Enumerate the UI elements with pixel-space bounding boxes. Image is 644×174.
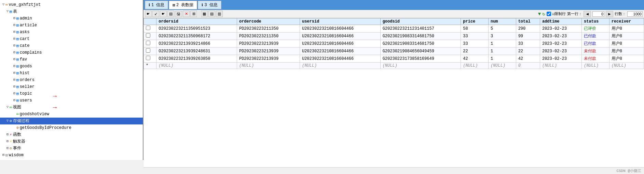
cell-addtime: 2023-02-23 bbox=[540, 32, 581, 40]
toolbar-btn-1[interactable]: ☛ bbox=[145, 11, 152, 17]
cell-total: 99 bbox=[516, 32, 540, 40]
sidebar-item-cate[interactable]: ⊞ ▤ cate bbox=[0, 42, 143, 49]
toolbar-btn-5[interactable]: 🖫 bbox=[175, 11, 182, 17]
sidebar-section-procedures[interactable]: ▽ ⚙ 存储过程 bbox=[0, 118, 143, 124]
table-row[interactable]: O20230223213939248631PD20230223213939U20… bbox=[144, 48, 644, 55]
cell-status: 已评价 bbox=[581, 25, 609, 32]
sidebar-item-seller[interactable]: ⊞ ▤ seller bbox=[0, 83, 143, 90]
col-goodsid[interactable]: goodsid bbox=[380, 18, 461, 25]
cell-goodsid: G20230219083314681750 bbox=[380, 40, 461, 48]
cell-usersid: U20230223210816604466 bbox=[300, 40, 380, 48]
nav-prev[interactable]: ◄ bbox=[584, 11, 591, 17]
tab-info1[interactable]: ℹ 1 信息 bbox=[145, 1, 168, 9]
procedures-icon: ⚙ bbox=[10, 118, 12, 124]
cell-receiver: 用户8 bbox=[609, 48, 644, 55]
toolbar-btn-grid2[interactable]: ▤ bbox=[208, 11, 215, 17]
toolbar-btn-grid3[interactable]: ▥ bbox=[216, 11, 223, 17]
cell-usersid: U20230223210816604466 bbox=[300, 25, 380, 32]
triggers-label: 触发器 bbox=[13, 138, 25, 145]
col-price[interactable]: price bbox=[461, 18, 489, 25]
toolbar-btn-grid1[interactable]: ▦ bbox=[201, 11, 208, 17]
row-checkbox[interactable] bbox=[146, 56, 150, 60]
cell-addtime: 2023-02-23 bbox=[540, 40, 581, 48]
table-icon: ▤ bbox=[16, 36, 19, 42]
sidebar-item-topic[interactable]: ⊞ ▤ topic bbox=[0, 90, 143, 97]
sidebar-item-users[interactable]: ⊞ ▤ users bbox=[0, 97, 143, 104]
table-row[interactable]: O20230223213939214866PD20230223213939U20… bbox=[144, 40, 644, 48]
refresh-icon: ↻ bbox=[542, 11, 545, 17]
toolbar-btn-3[interactable]: ☛ bbox=[160, 11, 167, 17]
row-checkbox[interactable] bbox=[146, 48, 150, 53]
table-name: users bbox=[20, 97, 32, 104]
cell-total: 290 bbox=[516, 25, 540, 32]
tab-data-label: 2 表数据 bbox=[176, 2, 193, 8]
row-count-input[interactable] bbox=[627, 11, 643, 17]
col-addtime[interactable]: addtime bbox=[540, 18, 581, 25]
table-name: fav bbox=[20, 56, 27, 63]
tab-data[interactable]: ▤ 2 表数据 bbox=[169, 1, 197, 9]
null-cell-ordersid: (NULL) bbox=[156, 63, 237, 69]
sidebar-item-cart[interactable]: ⊞ ▤ cart bbox=[0, 36, 143, 42]
cell-addtime: 2023-02-23 bbox=[540, 55, 581, 63]
toggle-procedures-icon[interactable]: ▽ bbox=[5, 118, 10, 124]
table-name: goods bbox=[20, 63, 32, 69]
toolbar-btn-4[interactable]: ▤ bbox=[167, 11, 174, 17]
sidebar-item-wisdom[interactable]: ⊞ ▤ wisdom bbox=[0, 152, 143, 159]
sidebar-section-functions[interactable]: ⊞ ⚡ 函数 bbox=[0, 131, 143, 138]
col-num[interactable]: num bbox=[488, 18, 516, 25]
col-status[interactable]: status bbox=[581, 18, 609, 25]
cell-num: 5 bbox=[488, 25, 516, 32]
toggle-tables-icon[interactable]: ▽ bbox=[5, 9, 10, 15]
views-icon: ∞ bbox=[10, 104, 12, 110]
limit-row-checkbox[interactable] bbox=[547, 12, 551, 16]
row-checkbox[interactable] bbox=[146, 41, 150, 45]
sidebar-item-orders[interactable]: ⊞ ▤ orders bbox=[0, 77, 143, 83]
sidebar-section-triggers[interactable]: ⊞ ⚡ 触发器 bbox=[0, 138, 143, 145]
db-icon: ∞ bbox=[5, 2, 8, 8]
cell-ordercode: PD20230223213939 bbox=[237, 48, 300, 55]
table-row[interactable]: O20230223211350968172PD20230223211350U20… bbox=[144, 32, 644, 40]
sidebar-item-asks[interactable]: ⊞ ▤ asks bbox=[0, 29, 143, 36]
toolbar: ☛ ↙ ☛ ▤ 🖫 ✕ ⊞ ▦ ▤ ▥ ▼ ↻ ☑限制行 第一行： ◄ ► 行数… bbox=[143, 10, 644, 18]
row-count-label: 行数： bbox=[615, 11, 626, 16]
table-name: cart bbox=[20, 36, 30, 42]
sidebar-section-views[interactable]: ▽ ∞ 视图 bbox=[0, 104, 143, 111]
sidebar-item-db[interactable]: ▽ ∞ vue_gxhfztjxt bbox=[0, 1, 143, 8]
toolbar-btn-6[interactable]: ⊞ bbox=[190, 11, 197, 17]
col-usersid[interactable]: usersid bbox=[300, 18, 380, 25]
sidebar-item-article[interactable]: ⊞ ▤ article bbox=[0, 22, 143, 29]
col-ordersid[interactable]: ordersid bbox=[156, 18, 237, 25]
col-checkbox bbox=[144, 18, 156, 25]
cell-goodsid: G20230223173858169649 bbox=[380, 55, 461, 63]
sidebar-item-goods[interactable]: ⊞ ▤ goods bbox=[0, 63, 143, 70]
event-icon: ⊙ bbox=[10, 145, 12, 151]
sidebar-section-events[interactable]: ⊞ ⊙ 事件 bbox=[0, 145, 143, 152]
sidebar-item-getGoodsByIdProcedure[interactable]: ⚙ getGoodsByIdProcedure bbox=[0, 124, 143, 131]
cell-usersid: U20230223210816604466 bbox=[300, 32, 380, 40]
sidebar-section-tables[interactable]: ▽ ▤ 表 bbox=[0, 8, 143, 15]
sidebar-item-complains[interactable]: ⊞ ▤ complains bbox=[0, 49, 143, 56]
toggle-views-icon[interactable]: ▽ bbox=[5, 104, 10, 110]
sidebar-item-admin[interactable]: ⊞ ▤ admin bbox=[0, 15, 143, 22]
table-row[interactable]: O20230223211350951523PD20230223211350U20… bbox=[144, 25, 644, 32]
first-row-input[interactable] bbox=[592, 11, 604, 17]
toolbar-btn-delete[interactable]: ✕ bbox=[183, 11, 190, 17]
table-icon: ▤ bbox=[16, 43, 19, 49]
procedure-name: getGoodsByIdProcedure bbox=[20, 125, 71, 131]
col-total[interactable]: total bbox=[516, 18, 540, 25]
table-row[interactable]: O20230223213939263850PD20230223213939U20… bbox=[144, 55, 644, 63]
sidebar-item-goodshotview[interactable]: ∞ goodshotview bbox=[0, 111, 143, 118]
status-text: CSDN @小骆江 bbox=[616, 169, 641, 173]
col-receiver[interactable]: receiver bbox=[609, 18, 644, 25]
sidebar-item-hist[interactable]: ⊞ ▤ hist bbox=[0, 70, 143, 77]
null-cell-num: (NULL) bbox=[488, 63, 516, 69]
row-checkbox[interactable] bbox=[146, 26, 150, 30]
table-name: hist bbox=[20, 70, 30, 76]
row-checkbox[interactable] bbox=[146, 33, 150, 38]
sidebar-item-fav[interactable]: ⊞ ▤ fav bbox=[0, 56, 143, 63]
col-ordercode[interactable]: ordercode bbox=[237, 18, 300, 25]
toggle-db-icon[interactable]: ▽ bbox=[1, 2, 5, 8]
tab-info3[interactable]: ℹ 3 信息 bbox=[198, 1, 221, 9]
nav-next[interactable]: ► bbox=[606, 11, 613, 17]
toolbar-btn-2[interactable]: ↙ bbox=[152, 11, 159, 17]
